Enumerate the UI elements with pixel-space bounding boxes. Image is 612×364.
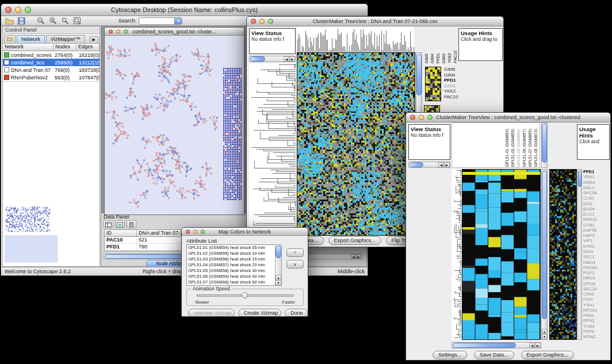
- panel-float-icon[interactable]: [4, 35, 16, 43]
- scrollbar-thumb[interactable]: [416, 54, 422, 95]
- scroll-down-icon[interactable]: ▼: [542, 334, 547, 339]
- zoom-fit-icon[interactable]: [72, 17, 82, 25]
- create-attribute-icon[interactable]: [115, 220, 125, 228]
- network-list-row[interactable]: RNAPuberNov2563(0)107847(0): [3, 74, 100, 81]
- main-heatmap[interactable]: [462, 169, 541, 340]
- move-up-button[interactable]: ^: [286, 248, 304, 257]
- tree1-heatmap-canvas[interactable]: [297, 53, 415, 235]
- scrollbar-thumb[interactable]: [250, 56, 265, 62]
- move-down-button[interactable]: v: [286, 260, 304, 269]
- row-dendrogram-canvas[interactable]: [452, 169, 461, 340]
- scroll-right-icon[interactable]: ▶: [535, 343, 541, 348]
- network-list-row[interactable]: combined_scores2764(0)16218(0): [3, 51, 100, 59]
- maximize-button[interactable]: [427, 115, 433, 120]
- secondary-vscrollbar[interactable]: [577, 169, 582, 340]
- settings-button[interactable]: Settings...: [433, 351, 467, 359]
- column-header-id[interactable]: ID: [105, 230, 137, 237]
- attribute-list-item[interactable]: GPL51-04 (GSM857) heat shock 20 min: [187, 262, 275, 268]
- tab-vizmapper[interactable]: VizMapper™: [46, 35, 85, 43]
- scroll-up-icon[interactable]: ▲: [542, 329, 547, 334]
- zoom-out-icon[interactable]: [36, 17, 45, 25]
- maximize-button[interactable]: [25, 7, 31, 13]
- attribute-list-vscrollbar[interactable]: ▲ ▼: [275, 244, 282, 286]
- close-button[interactable]: [186, 229, 190, 233]
- scroll-left-icon[interactable]: ◀: [284, 56, 289, 62]
- zoom-in-icon[interactable]: [48, 17, 58, 25]
- attribute-list-item[interactable]: GPL51-06 (GSM859) heat shock 40 min: [187, 274, 275, 279]
- scroll-right-icon[interactable]: ▶: [356, 254, 361, 259]
- cytoscape-titlebar[interactable]: Cytoscape Desktop (Session Name: collins…: [1, 4, 368, 16]
- frame-minimize-button[interactable]: [116, 29, 120, 33]
- close-button[interactable]: [410, 115, 415, 120]
- scroll-left-icon[interactable]: ◀: [529, 343, 535, 348]
- minimize-button[interactable]: [419, 115, 424, 120]
- network-frame-titlebar[interactable]: combined_scores_good.txt--cluste...: [105, 28, 244, 36]
- status-panel-hscrollbar[interactable]: ◀ ▶: [249, 56, 296, 62]
- treeview-combined-titlebar[interactable]: ClusterMaker TreeView : combined_scores_…: [406, 113, 610, 122]
- network-list-row[interactable]: combined_sco2569(6)13112(15): [3, 59, 100, 66]
- network-list-row[interactable]: DNA and Tran 07769(0)183728(0): [3, 66, 100, 74]
- scrollbar-thumb[interactable]: [453, 343, 516, 348]
- status-panel-hscrollbar[interactable]: ◀ ▶: [408, 162, 450, 168]
- maximize-button[interactable]: [268, 19, 273, 24]
- open-session-icon[interactable]: [5, 17, 14, 25]
- tree2-right-heatmap-canvas[interactable]: [550, 170, 576, 339]
- scroll-left-icon[interactable]: ◀: [438, 162, 444, 167]
- attribute-list-item[interactable]: GPL51-01 (GSM854) heat shock 05 min: [187, 245, 275, 251]
- scrollbar-thumb[interactable]: [542, 124, 547, 163]
- scroll-left-icon[interactable]: ◀: [351, 254, 356, 259]
- export-graphics-button[interactable]: Export Graphics...: [521, 351, 574, 359]
- scroll-down-icon[interactable]: ▼: [276, 280, 281, 285]
- tree1-mini-heatmap-1[interactable]: [426, 67, 441, 101]
- close-button[interactable]: [5, 7, 12, 13]
- scroll-up-icon[interactable]: ▲: [276, 275, 281, 280]
- scrollbar-thumb[interactable]: [542, 171, 547, 319]
- main-heatmap[interactable]: [297, 52, 415, 236]
- scrollbar-thumb[interactable]: [276, 246, 281, 258]
- scroll-right-icon[interactable]: ▶: [444, 162, 450, 167]
- label-pane-vscrollbar[interactable]: [541, 122, 548, 168]
- scrollbar-thumb[interactable]: [578, 171, 582, 187]
- create-vizmap-button[interactable]: Create Vizmap: [238, 309, 281, 317]
- heatmap-vscrollbar[interactable]: ▲ ▼: [541, 169, 548, 340]
- frame-maximize-button[interactable]: [124, 29, 128, 33]
- zoom-selected-icon[interactable]: [60, 17, 70, 25]
- minimize-button[interactable]: [15, 7, 21, 13]
- attribute-list-item[interactable]: GPL51-07 (GSM868) heat shock 60 min: [187, 279, 275, 285]
- attribute-list-item[interactable]: GPL51-03 (GSM856) heat shock 15 min: [187, 256, 275, 262]
- done-button[interactable]: Done: [285, 309, 308, 317]
- combo-arrow-icon[interactable]: ▼: [174, 18, 182, 24]
- heatmap-hscrollbar[interactable]: ◀ ▶: [452, 342, 541, 348]
- network-graph-canvas[interactable]: [105, 36, 244, 214]
- cluster-mini-heatmap[interactable]: [425, 67, 441, 101]
- scroll-right-icon[interactable]: ▶: [289, 56, 295, 62]
- column-header-nodes[interactable]: Nodes: [53, 44, 76, 51]
- column-header-network[interactable]: Network: [3, 44, 53, 51]
- minimize-button[interactable]: [193, 229, 197, 233]
- network-overview-canvas[interactable]: [3, 204, 100, 266]
- secondary-heatmap[interactable]: [549, 169, 577, 340]
- minimize-button[interactable]: [259, 19, 265, 24]
- attribute-list-item[interactable]: GPL51-05 (GSM858) heat shock 30 min: [187, 268, 275, 274]
- select-attributes-icon[interactable]: [104, 220, 113, 228]
- maximize-button[interactable]: [201, 229, 205, 233]
- tab-overflow-arrow[interactable]: ▶: [90, 36, 98, 43]
- search-combobox[interactable]: ▼: [139, 17, 182, 25]
- save-session-icon[interactable]: [17, 17, 26, 25]
- dialog-titlebar[interactable]: Map Colors to Network: [182, 228, 308, 236]
- close-button[interactable]: [251, 19, 256, 24]
- row-dendrogram-canvas[interactable]: [249, 63, 296, 235]
- export-graphics-button[interactable]: Export Graphics...: [328, 236, 381, 245]
- column-dendrogram-canvas[interactable]: [297, 26, 414, 52]
- tree2-heatmap-canvas[interactable]: [462, 170, 540, 339]
- frame-close-button[interactable]: [109, 29, 113, 33]
- tab-network[interactable]: Network: [17, 35, 45, 43]
- attribute-list-item[interactable]: GPL51-02 (GSM855) heat shock 10 min: [187, 251, 275, 256]
- attribute-listbox[interactable]: GPL51-01 (GSM854) heat shock 05 minGPL51…: [186, 244, 282, 286]
- column-header-edges[interactable]: Edges: [76, 44, 100, 51]
- treeview-dna-titlebar[interactable]: ClusterMaker TreeView : DNA and Tran 07-…: [247, 17, 503, 26]
- slider-thumb[interactable]: [242, 292, 248, 298]
- save-data-button[interactable]: Save Data...: [474, 351, 514, 359]
- delete-attribute-icon[interactable]: [127, 220, 136, 228]
- scrollbar-thumb[interactable]: [410, 162, 423, 167]
